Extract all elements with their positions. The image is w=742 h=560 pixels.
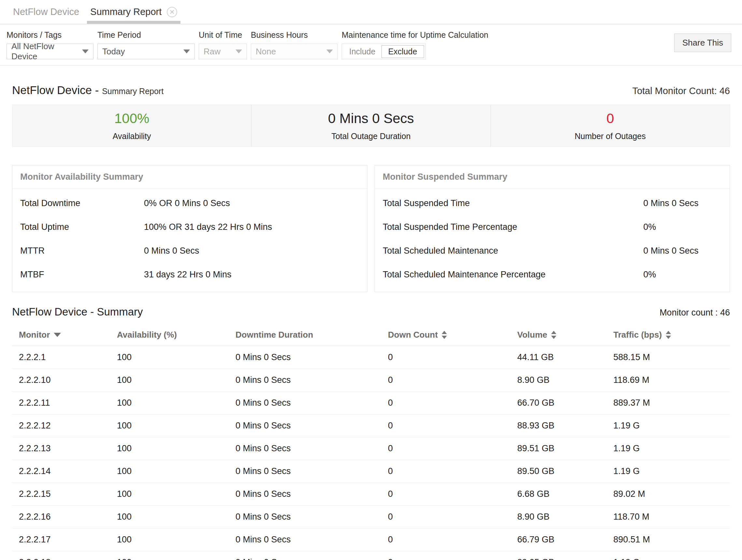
table-cell: 89.50 GB [517,466,613,476]
chevron-down-icon [326,50,333,53]
column-label: Monitor [19,330,50,340]
table-cell: 588.15 M [613,352,730,362]
table-cell: 8.90 GB [517,512,613,522]
availability-value: 100% [114,111,149,126]
column-label: Down Count [388,330,438,340]
close-icon[interactable]: ✕ [167,7,177,17]
table-cell: 100 [117,352,235,362]
row-label: Total Suspended Time [383,198,643,208]
column-header-down-count[interactable]: Down Count [388,330,517,340]
table-row: 2.2.2.121000 Mins 0 Secs088.93 GB1.19 G [12,414,730,437]
filter-monitors-tags: Monitors / Tags All NetFlow Device [6,30,94,59]
table-row: 2.2.2.11000 Mins 0 Secs044.11 GB588.15 M [12,346,730,369]
table-cell: 0 Mins 0 Secs [235,421,388,431]
share-this-button[interactable]: Share This [674,34,731,52]
unit-of-time-dropdown[interactable]: Raw [199,44,247,59]
table-cell: 0 [388,421,517,431]
table-body: 2.2.2.11000 Mins 0 Secs044.11 GB588.15 M… [12,346,730,560]
filter-maintenance: Maintenance time for Uptime Calculation … [342,30,488,59]
monitors-tags-dropdown[interactable]: All NetFlow Device [6,44,94,59]
business-hours-value: None [256,47,276,57]
monitors-tags-label: Monitors / Tags [6,30,94,40]
table-cell: 8.90 GB [517,375,613,385]
table-cell: 100 [117,443,235,454]
table-header-row: MonitorAvailability (%)Downtime Duration… [12,325,730,346]
monitor-cell: 2.2.2.13 [19,443,117,454]
table-cell: 0 Mins 0 Secs [235,443,388,454]
number-of-outages-label: Number of Outages [575,131,646,141]
table-cell: 0 [388,398,517,408]
tab-summary-report[interactable]: Summary Report ✕ [87,0,180,24]
sort-desc-icon [54,333,61,337]
time-period-dropdown[interactable]: Today [97,44,195,59]
monitor-suspended-summary-panel: Monitor Suspended Summary Total Suspende… [375,165,730,292]
table-cell: 100 [117,489,235,499]
tab-bar: NetFlow Device Summary Report ✕ [0,0,742,24]
table-cell: 0 [388,489,517,499]
row-label: Total Downtime [20,198,144,208]
page-title: NetFlow Device - Summary Report [12,84,163,97]
stats-row: 100% Availability 0 Mins 0 Secs Total Ou… [12,105,730,147]
panel-row: MTTR 0 Mins 0 Secs [20,239,359,263]
time-period-label: Time Period [97,30,195,40]
filter-business-hours: Business Hours None [251,30,338,59]
table-cell: 100 [117,398,235,408]
table-cell: 0 [388,375,517,385]
table-cell: 100 [117,375,235,385]
exclude-button[interactable]: Exclude [381,45,424,58]
table-row: 2.2.2.131000 Mins 0 Secs089.51 GB1.19 G [12,437,730,460]
monitor-cell: 2.2.2.14 [19,466,117,476]
row-label: MTBF [20,270,144,280]
monitor-cell: 2.2.2.10 [19,375,117,385]
table-cell: 0 Mins 0 Secs [235,352,388,362]
table-cell: 100 [117,557,235,560]
column-label: Volume [517,330,547,340]
table-cell: 118.69 M [613,375,730,385]
panel-row: Total Uptime 100% OR 31 days 22 Hrs 0 Mi… [20,215,359,239]
table-cell: 0 [388,535,517,545]
row-value: 31 days 22 Hrs 0 Mins [144,270,231,280]
include-button[interactable]: Include [343,46,381,58]
table-row: 2.2.2.161000 Mins 0 Secs08.90 GB118.70 M [12,506,730,528]
table-cell: 0 Mins 0 Secs [235,489,388,499]
table-row: 2.2.2.151000 Mins 0 Secs06.68 GB89.02 M [12,483,730,506]
tab-netflow-device[interactable]: NetFlow Device [10,0,83,24]
availability-panel-title: Monitor Availability Summary [12,165,367,189]
stat-total-outage-duration: 0 Mins 0 Secs Total Outage Duration [251,105,490,147]
total-outage-duration-label: Total Outage Duration [331,131,410,141]
summary-panels: Monitor Availability Summary Total Downt… [12,165,730,292]
summary-table-section: NetFlow Device - Summary Monitor count :… [12,306,730,560]
maintenance-toggle: Include Exclude [342,44,426,59]
number-of-outages-value: 0 [606,111,614,126]
monitor-cell: 2.2.2.17 [19,535,117,545]
column-label: Availability (%) [117,330,177,340]
report-title-main: NetFlow Device - [12,84,99,96]
table-cell: 100 [117,535,235,545]
monitor-cell: 2.2.2.15 [19,489,117,499]
panel-row: Total Scheduled Maintenance Percentage 0… [383,263,722,286]
unit-of-time-label: Unit of Time [199,30,247,40]
row-value: 0% OR 0 Mins 0 Secs [144,198,230,208]
monitor-cell: 2.2.2.12 [19,421,117,431]
column-header-availability[interactable]: Availability (%) [117,330,235,340]
table-monitor-count: Monitor count : 46 [659,308,730,318]
report-title-sub: Summary Report [102,87,163,96]
column-header-monitor[interactable]: Monitor [19,330,117,340]
business-hours-dropdown[interactable]: None [251,44,338,59]
table-cell: 0 Mins 0 Secs [235,512,388,522]
row-label: Total Uptime [20,222,144,232]
table-cell: 0 Mins 0 Secs [235,398,388,408]
business-hours-label: Business Hours [251,30,338,40]
table-title-row: NetFlow Device - Summary Monitor count :… [12,306,730,318]
table-cell: 118.70 M [613,512,730,522]
suspended-panel-title: Monitor Suspended Summary [375,165,730,189]
monitor-cell: 2.2.2.18 [19,557,117,560]
table-cell: 89.51 GB [517,443,613,454]
panel-row: Total Downtime 0% OR 0 Mins 0 Secs [20,191,359,215]
column-header-volume[interactable]: Volume [517,330,613,340]
column-header-traffic-bps[interactable]: Traffic (bps) [613,330,730,340]
column-header-downtime-duration[interactable]: Downtime Duration [235,330,388,340]
sort-icon [551,331,556,339]
table-cell: 889.37 M [613,398,730,408]
table-cell: 1.19 G [613,443,730,454]
